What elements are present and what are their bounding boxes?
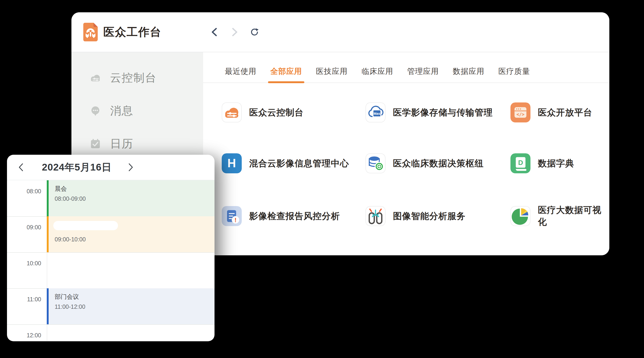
app-open-platform[interactable]: </> 医众开放平台 [510, 102, 609, 122]
event-title: 晨会 [55, 185, 214, 192]
lungs-analysis-icon [366, 206, 386, 226]
app-title: 医众工作台 [103, 25, 162, 39]
tab-clinical-apps[interactable]: 临床应用 [362, 67, 393, 76]
time-label: 11:00 [7, 296, 41, 303]
sidebar-item-label: 云控制台 [110, 70, 156, 85]
svg-text:</>: </> [516, 112, 524, 117]
event-time: 09:00-10:00 [55, 236, 214, 243]
app-label: 医众开放平台 [538, 107, 592, 119]
calendar-event-redacted[interactable]: 09:00-10:00 [47, 216, 214, 252]
app-label: 医众临床数据决策枢纽 [393, 158, 484, 169]
time-label: 08:00 [7, 188, 41, 195]
sidebar-item-cloud-console[interactable]: 云控制台 [72, 67, 203, 89]
app-cloud-console[interactable]: 医众云控制台 [222, 102, 366, 122]
app-label: 图像智能分析服务 [393, 210, 466, 222]
message-bubble-icon [90, 105, 101, 117]
app-data-dictionary[interactable]: D 数据字典 [510, 153, 609, 173]
time-label: 09:00 [7, 224, 41, 231]
forward-button[interactable] [230, 27, 239, 37]
next-day-button[interactable] [124, 160, 138, 174]
browser-nav [210, 27, 259, 37]
app-bigdata-visualization[interactable]: 医疗大数据可视化 [510, 204, 609, 228]
event-time: 11:00-12:00 [55, 303, 214, 310]
sidebar-item-messages[interactable]: 消息 [72, 100, 203, 122]
app-image-ai-analysis[interactable]: 图像智能分析服务 [366, 204, 510, 228]
data-dictionary-icon: D [510, 153, 530, 173]
calendar-check-icon [90, 138, 101, 150]
cloud-console-icon [222, 102, 242, 122]
tab-all-apps[interactable]: 全部应用 [270, 67, 302, 76]
prev-day-button[interactable] [14, 160, 28, 174]
window-header: 医众工作台 [72, 12, 609, 52]
app-label: 医疗大数据可视化 [538, 204, 609, 228]
tab-medtech-apps[interactable]: 医技应用 [316, 67, 348, 76]
back-button[interactable] [210, 27, 219, 37]
hour-line [7, 252, 214, 253]
pie-chart-icon [510, 206, 530, 226]
app-clinical-data-hub[interactable]: 医众临床数据决策枢纽 [366, 153, 510, 173]
sidebar-item-label: 消息 [110, 103, 133, 118]
hour-line [7, 324, 214, 325]
calendar-event-morning-meeting[interactable]: 晨会 08:00-09:00 [47, 180, 214, 216]
app-grid: 医众云控制台 Mas 医学影像存储与传输管理 [203, 83, 609, 228]
clinical-database-icon [366, 153, 386, 173]
tab-recent[interactable]: 最近使用 [225, 67, 256, 76]
svg-text:H: H [228, 157, 236, 170]
tab-data-apps[interactable]: 数据应用 [453, 67, 484, 76]
sidebar-item-label: 日历 [110, 136, 133, 151]
app-logo-icon [83, 23, 98, 41]
event-title: 部门会议 [55, 293, 214, 300]
calendar-header: 2024年5月16日 [7, 155, 214, 180]
redacted-event-title [53, 221, 118, 230]
app-report-risk-analysis[interactable]: ! 影像检查报告风控分析 [222, 204, 366, 228]
refresh-button[interactable] [250, 27, 259, 37]
tab-admin-apps[interactable]: 管理应用 [407, 67, 439, 76]
app-label: 混合云影像信息管理中心 [249, 158, 349, 169]
screen: 医众工作台 [0, 0, 644, 358]
event-time: 08:00-09:00 [55, 195, 214, 202]
mas-cloud-icon: Mas [366, 102, 386, 122]
cloud-settings-icon [90, 72, 101, 84]
app-label: 数据字典 [538, 158, 574, 169]
svg-text:!: ! [234, 217, 236, 223]
app-image-storage-mas[interactable]: Mas 医学影像存储与传输管理 [366, 102, 510, 122]
calendar-panel: 2024年5月16日 08:00 09:00 10:00 11:00 12:00… [7, 155, 214, 341]
active-tab-underline [268, 81, 304, 83]
open-platform-code-icon: </> [510, 102, 530, 122]
sidebar-item-calendar[interactable]: 日历 [72, 133, 203, 155]
svg-text:D: D [518, 159, 523, 166]
calendar-event-department-meeting[interactable]: 部门会议 11:00-12:00 [47, 288, 214, 324]
tab-bar: 最近使用 全部应用 医技应用 临床应用 管理应用 数据应用 医疗质量 [203, 52, 609, 83]
app-label: 医学影像存储与传输管理 [393, 107, 493, 119]
time-label: 10:00 [7, 260, 41, 267]
time-label: 12:00 [7, 332, 41, 339]
app-hybrid-cloud-center[interactable]: H 混合云影像信息管理中心 [222, 153, 366, 173]
calendar-day-grid: 08:00 09:00 10:00 11:00 12:00 晨会 08:00-0… [7, 180, 214, 341]
svg-text:Mas: Mas [374, 112, 380, 115]
content-area: 最近使用 全部应用 医技应用 临床应用 管理应用 数据应用 医疗质量 [203, 52, 609, 255]
app-label: 影像检查报告风控分析 [249, 210, 340, 222]
report-risk-icon: ! [222, 206, 242, 226]
calendar-date-label: 2024年5月16日 [42, 161, 112, 174]
hybrid-cloud-h-icon: H [222, 153, 242, 173]
app-label: 医众云控制台 [249, 107, 304, 119]
tab-quality[interactable]: 医疗质量 [498, 67, 530, 76]
